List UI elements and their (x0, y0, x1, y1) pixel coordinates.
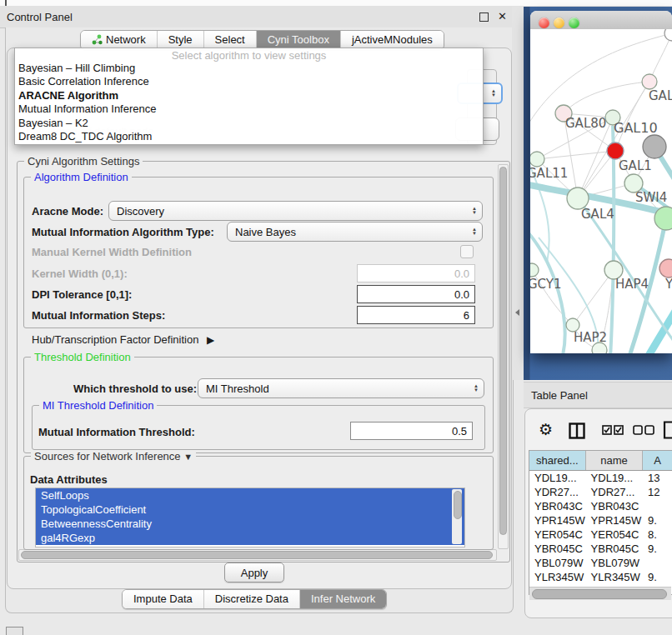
mi-algorithm-type-combobox[interactable]: Naive Bayes ▲▼ (227, 222, 483, 242)
dropdown-item[interactable]: Mutual Information Inference (15, 102, 483, 116)
node-table[interactable]: shared...nameA YDL19...YDL19...13YDR27..… (529, 450, 672, 595)
network-window-titlebar[interactable] (530, 11, 672, 30)
dropdown-item[interactable]: Basic Correlation Inference (15, 75, 483, 88)
table-horizontal-scrollbar[interactable] (529, 587, 671, 600)
sources-group-title[interactable]: Sources for Network Inference ▼ (31, 450, 196, 462)
tab-impute-data[interactable]: Impute Data (123, 590, 203, 608)
column-header[interactable]: name (586, 451, 644, 470)
table-row[interactable]: YBL079WYBL079W (529, 556, 672, 570)
attributes-scrollbar-thumb[interactable] (454, 491, 462, 519)
network-node-y[interactable] (659, 259, 672, 278)
dropdown-item[interactable]: ARACNE Algorithm (15, 89, 483, 102)
network-node-gcy1[interactable] (530, 263, 539, 277)
tab-select[interactable]: Select (203, 31, 256, 49)
table-row[interactable]: YBR043CYBR043C (529, 499, 672, 513)
table-row[interactable]: YER054CYER054C8. (529, 528, 672, 542)
sources-title-text: Sources for Network Inference (34, 450, 181, 462)
close-icon[interactable]: ✕ (498, 10, 507, 22)
network-node[interactable] (664, 29, 672, 41)
collapsed-panel-icon[interactable] (6, 627, 23, 635)
attributes-scrollbar[interactable] (452, 489, 462, 544)
table-cell: YBR045C (586, 542, 643, 556)
table-cell: YPR145W (529, 513, 586, 528)
dpi-tolerance-label: DPI Tolerance [0,1]: (32, 288, 132, 301)
network-node-gal[interactable] (642, 74, 657, 89)
network-canvas[interactable]: GALGAL80GAL10GAL1GAL11GAL4SWI4GCY1HAP4YH… (530, 29, 672, 353)
network-node-label: GAL11 (530, 166, 568, 181)
columns-icon[interactable] (569, 422, 585, 439)
table-row[interactable]: YDL19...YDL19...13 (529, 471, 672, 485)
network-node-swi4[interactable] (654, 207, 672, 230)
table-row[interactable]: YBR045CYBR045C9. (529, 542, 672, 556)
tab-infer-network[interactable]: Infer Network (299, 590, 386, 608)
network-edge[interactable] (610, 126, 614, 353)
hub-definition-toggle[interactable]: Hub/Transcription Factor Definition ▶ (32, 333, 214, 346)
table-row[interactable]: YPR145WYPR145W9. (529, 513, 672, 528)
network-edge[interactable] (564, 82, 649, 113)
gear-icon[interactable]: ⚙ (539, 420, 553, 439)
dropdown-item[interactable]: Bayesian – K2 (15, 117, 483, 130)
float-window-icon[interactable] (479, 12, 489, 22)
aracne-mode-combobox[interactable]: Discovery ▲▼ (108, 201, 483, 221)
tab-network[interactable]: Network (81, 31, 157, 49)
column-header[interactable]: shared... (529, 451, 586, 470)
table-row[interactable]: YLR345WYLR345W9. (529, 570, 672, 584)
collapse-left-icon[interactable] (515, 309, 519, 316)
attribute-list-item[interactable]: BetweennessCentrality (36, 517, 464, 531)
mi-threshold-field[interactable] (350, 422, 473, 440)
network-edge[interactable] (537, 151, 615, 159)
split-divider[interactable] (512, 7, 524, 380)
table-panel-title: Table Panel (531, 389, 588, 402)
settings-vertical-scrollbar-thumb[interactable] (499, 167, 507, 535)
close-traffic-light-icon[interactable] (539, 18, 549, 28)
attribute-list-item[interactable]: SelfLoops (36, 488, 464, 502)
which-threshold-combobox[interactable]: MI Threshold ▲▼ (198, 378, 484, 398)
manual-kernel-label: Manual Kernel Width Definition (32, 246, 192, 258)
table-cell: YBR045C (529, 542, 586, 556)
minimize-traffic-light-icon[interactable] (554, 18, 564, 28)
aracne-mode-label: Aracne Mode: (32, 205, 103, 218)
aracne-mode-value: Discovery (117, 205, 164, 218)
attribute-list-item[interactable]: TopologicalCoefficient (36, 502, 464, 517)
attribute-list-item[interactable]: gal4RGexp (36, 531, 464, 545)
table-cell: YDL19... (529, 471, 586, 485)
dpi-tolerance-field[interactable] (357, 285, 475, 303)
tab-style[interactable]: Style (157, 31, 203, 49)
zoom-traffic-light-icon[interactable] (569, 18, 579, 28)
table-row[interactable]: YDR27...YDR27...12 (529, 485, 672, 499)
table-cell: 9. (643, 570, 672, 584)
table-cell: 9. (643, 542, 672, 556)
table-cell: YDR27... (529, 485, 586, 499)
settings-horizontal-scrollbar[interactable] (18, 549, 497, 561)
control-panel-titlebar: Control Panel ✕ (0, 7, 517, 28)
apply-button[interactable]: Apply (224, 562, 284, 582)
manual-kernel-checkbox[interactable] (460, 245, 474, 258)
settings-horizontal-scrollbar-thumb[interactable] (21, 551, 493, 559)
algorithm-dropdown-popup: Select algorithm to view settings Bayesi… (14, 48, 484, 145)
table-cell: YLR345W (586, 570, 643, 584)
network-edge[interactable] (647, 308, 672, 353)
settings-vertical-scrollbar[interactable] (498, 164, 509, 549)
table-panel-titlebar: Table Panel (524, 382, 672, 408)
network-node[interactable] (592, 342, 607, 353)
deselect-all-checkboxes-icon[interactable] (633, 425, 654, 436)
mi-threshold-title: MI Threshold Definition (39, 399, 157, 412)
select-all-checkboxes-icon[interactable] (602, 425, 624, 436)
table-cell: YER054C (586, 528, 643, 542)
table-horizontal-scrollbar-thumb[interactable] (532, 589, 667, 599)
kernel-width-field[interactable] (357, 264, 475, 282)
dropdown-item[interactable]: Dream8 DC_TDC Algorithm (15, 130, 483, 143)
network-node[interactable] (643, 135, 666, 158)
tab-jactivemnodules[interactable]: jActiveMNodules (340, 31, 444, 49)
network-node-gal11[interactable] (530, 152, 544, 167)
dropdown-item[interactable]: Bayesian – Hill Climbing (15, 62, 483, 75)
network-node-label: GAL4 (581, 207, 614, 222)
tab-label: Cyni Toolbox (268, 33, 329, 46)
table-cell: 12 (643, 485, 672, 499)
mi-steps-field[interactable] (357, 306, 475, 324)
tab-cyni-toolbox[interactable]: Cyni Toolbox (256, 31, 340, 49)
column-header[interactable]: A (643, 451, 672, 470)
tab-discretize-data[interactable]: Discretize Data (203, 590, 299, 608)
network-node[interactable] (607, 142, 624, 159)
document-icon[interactable] (663, 421, 672, 439)
